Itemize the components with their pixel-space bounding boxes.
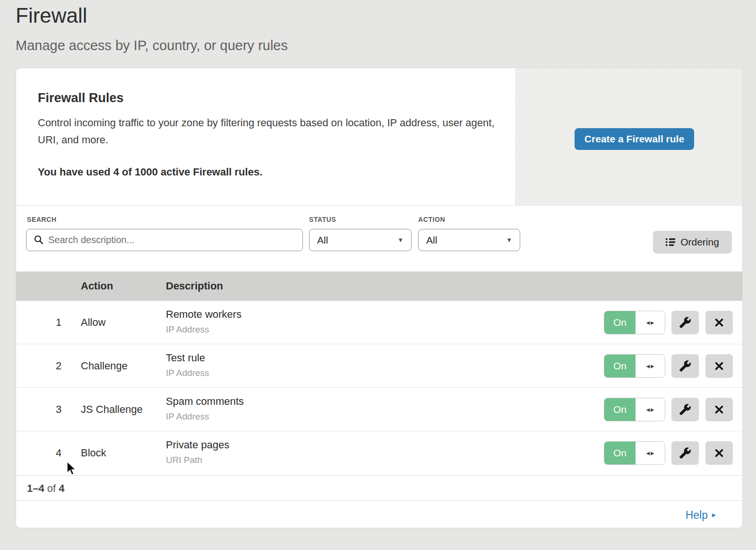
rule-action: Challenge (81, 344, 128, 388)
close-icon (714, 448, 724, 458)
arrow-left-icon: ◂ (646, 318, 650, 327)
page-subtitle: Manage access by IP, country, or query r… (16, 38, 288, 53)
rule-action: Block (81, 431, 106, 475)
rule-toggle[interactable]: On ◂ ▸ (604, 398, 665, 421)
chevron-down-icon: ▼ (506, 236, 512, 244)
card-footer: Help ▸ (16, 500, 742, 528)
pagination-total: 4 (59, 482, 64, 494)
rule-description: Test rule (166, 352, 205, 364)
firewall-rules-card: Firewall Rules Control incoming traffic … (16, 68, 743, 528)
rule-toggle[interactable]: On ◂ ▸ (604, 354, 665, 378)
toggle-on-segment[interactable]: On (604, 398, 636, 421)
page-title: Firewall (16, 4, 87, 27)
arrow-left-icon: ◂ (646, 362, 650, 370)
ordering-button-label: Ordering (680, 236, 719, 248)
delete-rule-button[interactable] (705, 311, 733, 334)
table-row: 1 Allow Remote workers IP Address On ◂ ▸ (16, 301, 742, 344)
toggle-handle[interactable]: ◂ ▸ (636, 355, 665, 377)
toggle-on-segment[interactable]: On (604, 355, 636, 377)
arrow-left-icon: ◂ (646, 449, 650, 457)
rule-description: Private pages (166, 439, 230, 451)
rule-action: JS Challenge (81, 388, 143, 431)
table-header: Action Description (16, 271, 742, 301)
search-label: SEARCH (27, 216, 57, 223)
action-select[interactable]: All ▼ (418, 229, 520, 251)
help-link-label: Help (686, 501, 708, 528)
rule-match-type: IP Address (166, 368, 209, 378)
edit-rule-button[interactable] (671, 311, 699, 334)
wrench-icon (679, 360, 691, 372)
close-icon (714, 404, 724, 415)
search-box (26, 229, 303, 251)
action-select-value: All (426, 235, 437, 246)
edit-rule-button[interactable] (671, 354, 699, 378)
column-header-description: Description (166, 271, 223, 301)
arrow-right-icon: ▸ (651, 405, 654, 414)
rule-description: Spam comments (166, 395, 244, 408)
wrench-icon (679, 447, 691, 459)
status-label: STATUS (309, 216, 336, 223)
rule-priority: 4 (49, 431, 68, 475)
status-select-value: All (317, 235, 328, 246)
arrow-right-icon: ▸ (651, 449, 654, 457)
overview-description: Control incoming traffic to your zone by… (38, 114, 506, 148)
toggle-handle[interactable]: ◂ ▸ (636, 311, 665, 334)
help-link[interactable]: Help ▸ (686, 501, 716, 528)
search-input[interactable] (26, 229, 303, 251)
wrench-icon (679, 316, 691, 329)
chevron-down-icon: ▼ (397, 236, 404, 244)
ordered-list-icon (666, 238, 675, 246)
rules-usage-text: You have used 4 of 1000 active Firewall … (38, 166, 262, 178)
toggle-on-segment[interactable]: On (604, 442, 636, 464)
action-label: ACTION (418, 216, 445, 223)
rule-match-type: URI Path (166, 455, 202, 465)
rule-match-type: IP Address (166, 324, 209, 335)
rule-description: Remote workers (166, 308, 241, 321)
rule-match-type: IP Address (166, 411, 209, 422)
rule-toggle[interactable]: On ◂ ▸ (604, 311, 665, 334)
pagination-range: 1–4 (27, 482, 44, 494)
arrow-right-icon: ▸ (651, 362, 654, 370)
close-icon (714, 361, 724, 371)
toggle-on-segment[interactable]: On (604, 311, 636, 334)
rule-toggle[interactable]: On ◂ ▸ (604, 441, 665, 465)
delete-rule-button[interactable] (705, 354, 733, 378)
table-row: 2 Challenge Test rule IP Address On ◂ ▸ (16, 344, 742, 388)
rule-action: Allow (81, 301, 106, 344)
wrench-icon (679, 403, 691, 416)
status-select[interactable]: All ▼ (309, 229, 412, 251)
rule-priority: 1 (49, 301, 68, 344)
close-icon (714, 317, 724, 328)
create-firewall-rule-button[interactable]: Create a Firewall rule (575, 128, 694, 150)
overview-section: Firewall Rules Control incoming traffic … (16, 68, 742, 206)
arrow-right-icon: ▸ (651, 318, 654, 327)
toggle-handle[interactable]: ◂ ▸ (636, 398, 665, 421)
firewall-page: Firewall Manage access by IP, country, o… (0, 0, 756, 550)
table-row: 4 Block Private pages URI Path On ◂ ▸ (16, 431, 742, 475)
rule-priority: 2 (49, 344, 68, 388)
pagination-of: of (47, 482, 56, 494)
rules-table-body: 1 Allow Remote workers IP Address On ◂ ▸ (16, 301, 742, 475)
column-header-action: Action (81, 271, 113, 301)
caret-right-icon: ▸ (712, 501, 716, 528)
arrow-left-icon: ◂ (646, 405, 650, 414)
table-row: 3 JS Challenge Spam comments IP Address … (16, 388, 742, 431)
toggle-handle[interactable]: ◂ ▸ (636, 442, 665, 464)
delete-rule-button[interactable] (705, 441, 733, 465)
overview-heading: Firewall Rules (38, 91, 124, 105)
pagination-bar: 1–4 of 4 (16, 475, 742, 500)
edit-rule-button[interactable] (671, 441, 699, 465)
rule-priority: 3 (49, 388, 68, 431)
edit-rule-button[interactable] (671, 398, 699, 421)
delete-rule-button[interactable] (705, 398, 733, 421)
ordering-button[interactable]: Ordering (653, 231, 732, 253)
